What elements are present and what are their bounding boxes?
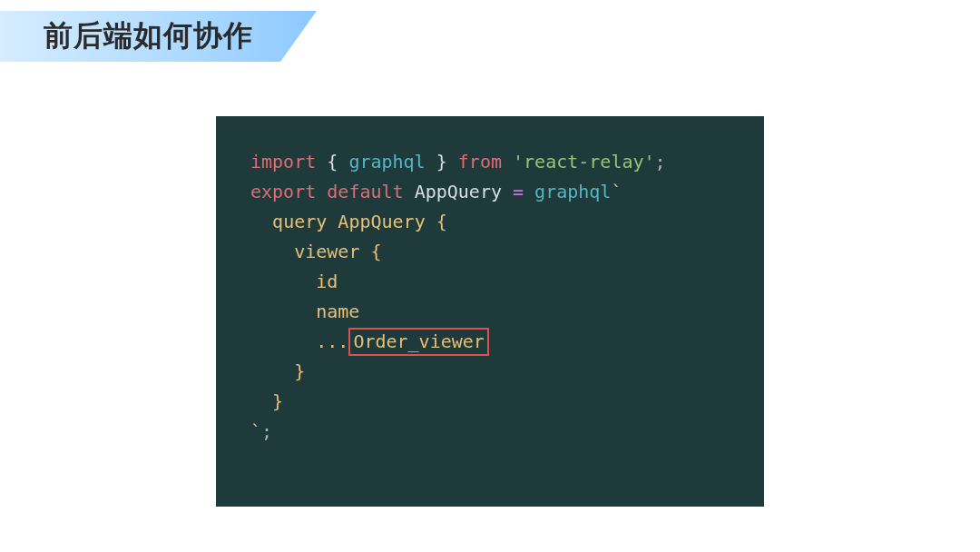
code-line-4: query AppQuery { [250, 207, 730, 237]
banner-background: 前后端如何协作 [0, 11, 317, 62]
slide-header: 前后端如何协作 [0, 11, 317, 62]
code-line-8: ...Order_viewer [250, 327, 730, 357]
code-snippet: import { graphql } from 'react-relay'; e… [216, 116, 764, 507]
code-line-9: } [250, 357, 730, 387]
slide-title: 前后端如何协作 [44, 16, 253, 56]
code-line-1: import { graphql } from 'react-relay'; [250, 147, 730, 177]
code-line-10: } [250, 387, 730, 417]
fragment-highlight: Order_viewer [348, 328, 489, 356]
code-line-7: name [250, 297, 730, 327]
code-line-6: id [250, 267, 730, 297]
code-line-5: viewer { [250, 237, 730, 267]
code-line-3: export default AppQuery = graphql` [250, 177, 730, 207]
code-line-11: `; [250, 417, 730, 447]
